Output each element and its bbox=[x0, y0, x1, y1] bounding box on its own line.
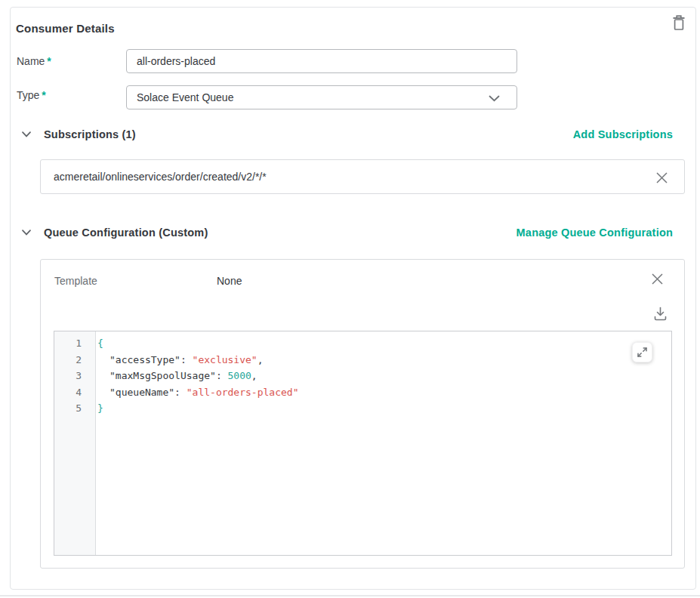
download-configuration-button[interactable] bbox=[649, 303, 671, 324]
download-icon bbox=[652, 306, 668, 322]
line-number: 1 bbox=[54, 335, 82, 352]
queue-configuration-collapse-button[interactable] bbox=[21, 227, 32, 238]
template-label: Template bbox=[54, 275, 97, 287]
type-label-text: Type bbox=[17, 89, 39, 101]
line-number: 5 bbox=[54, 400, 82, 417]
subscriptions-title: Subscriptions (1) bbox=[44, 128, 136, 140]
code-token: "queueName" bbox=[109, 387, 174, 398]
code-token: : bbox=[174, 387, 187, 398]
remove-subscription-button[interactable] bbox=[652, 168, 671, 186]
code-token: 5000 bbox=[228, 370, 251, 381]
code-token: } bbox=[97, 402, 103, 414]
name-label-text: Name bbox=[17, 55, 45, 67]
name-required-mark: * bbox=[47, 55, 51, 67]
chevron-down-icon bbox=[22, 131, 31, 137]
subscriptions-header: Subscriptions (1) Add Subscriptions bbox=[21, 126, 673, 143]
code-token: , bbox=[251, 370, 257, 381]
queue-configuration-editor: 1 2 3 4 5 { "accessType": "exclusive", "… bbox=[54, 331, 672, 556]
type-required-mark: * bbox=[42, 89, 45, 101]
code-line: } bbox=[97, 400, 671, 417]
code-line: { bbox=[97, 335, 671, 352]
code-token: "accessType" bbox=[109, 354, 180, 365]
close-icon bbox=[655, 171, 668, 184]
code-token: { bbox=[97, 338, 103, 349]
editor-line-number-gutter: 1 2 3 4 5 bbox=[54, 331, 96, 555]
code-token: , bbox=[257, 354, 264, 365]
code-line: "accessType": "exclusive", bbox=[97, 352, 671, 368]
type-label: Type* bbox=[17, 89, 46, 101]
expand-icon bbox=[637, 347, 648, 358]
subscription-topic: acmeretail/onlineservices/order/created/… bbox=[54, 171, 267, 183]
subscription-item: acmeretail/onlineservices/order/created/… bbox=[40, 159, 685, 194]
close-icon bbox=[651, 273, 664, 285]
queue-configuration-title: Queue Configuration (Custom) bbox=[44, 227, 208, 239]
page-bottom-divider bbox=[0, 595, 700, 596]
trash-icon bbox=[672, 14, 686, 31]
type-select[interactable]: Solace Event Queue bbox=[126, 85, 517, 109]
manage-queue-configuration-button[interactable]: Manage Queue Configuration bbox=[517, 227, 673, 239]
code-token: "maxMsgSpoolUsage" bbox=[109, 370, 216, 381]
queue-configuration-header: Queue Configuration (Custom) Manage Queu… bbox=[21, 224, 673, 241]
template-value[interactable]: None bbox=[217, 275, 242, 287]
consumer-details-card: Consumer Details Name* Type* Solace Even… bbox=[10, 7, 696, 590]
code-token: : bbox=[216, 370, 228, 381]
code-token: "all-orders-placed" bbox=[187, 387, 299, 398]
add-subscriptions-button[interactable]: Add Subscriptions bbox=[573, 128, 673, 140]
code-token: "exclusive" bbox=[193, 354, 257, 365]
code-line: "queueName": "all-orders-placed" bbox=[97, 384, 671, 401]
line-number: 2 bbox=[54, 352, 82, 368]
editor-code-area[interactable]: { "accessType": "exclusive", "maxMsgSpoo… bbox=[97, 331, 671, 555]
line-number: 3 bbox=[54, 368, 82, 384]
page-title: Consumer Details bbox=[16, 22, 115, 35]
delete-consumer-button[interactable] bbox=[669, 12, 689, 33]
type-select-value: Solace Event Queue bbox=[137, 91, 233, 103]
page: Consumer Details Name* Type* Solace Even… bbox=[0, 0, 700, 598]
line-number: 4 bbox=[54, 384, 82, 401]
chevron-down-icon bbox=[489, 95, 500, 102]
name-input[interactable] bbox=[126, 49, 517, 73]
chevron-down-icon bbox=[22, 230, 31, 236]
code-token: : bbox=[180, 354, 193, 365]
code-line: "maxMsgSpoolUsage": 5000, bbox=[97, 368, 671, 384]
name-label: Name* bbox=[17, 55, 51, 67]
subscriptions-collapse-button[interactable] bbox=[21, 129, 32, 140]
queue-configuration-panel: Template None 1 2 3 4 bbox=[40, 259, 685, 569]
expand-editor-button[interactable] bbox=[632, 342, 652, 362]
clear-template-button[interactable] bbox=[648, 270, 666, 288]
